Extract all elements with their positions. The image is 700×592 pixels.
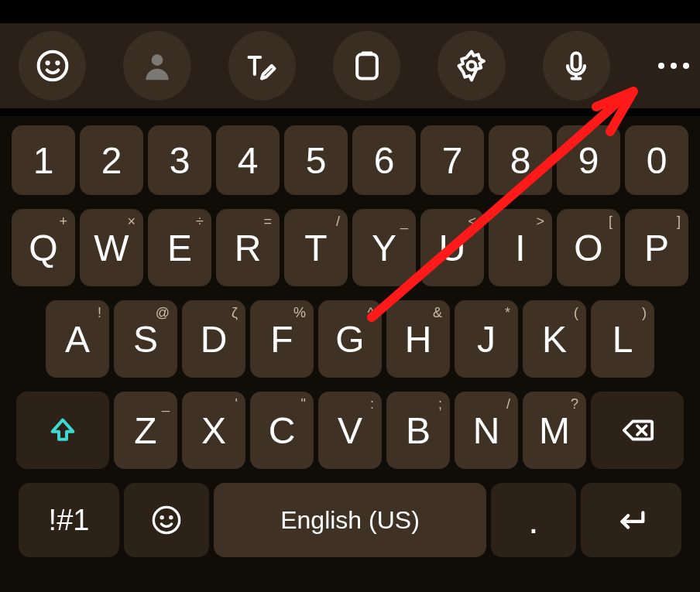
key-e[interactable]: ÷E	[148, 209, 211, 286]
avatar-sticker-button[interactable]	[123, 31, 190, 101]
key-8[interactable]: 8	[489, 125, 552, 195]
key-label: V	[338, 409, 362, 452]
key-secondary: [	[609, 214, 612, 230]
key-label: L	[612, 318, 633, 361]
key-u[interactable]: <U	[420, 209, 484, 286]
enter-key[interactable]	[581, 483, 681, 557]
qwerty-row: +Q ×W ÷E =R /T _Y <U >I [O ]P	[0, 209, 700, 286]
more-options-button[interactable]	[647, 31, 700, 101]
key-q[interactable]: +Q	[12, 209, 75, 286]
emoji-button[interactable]	[19, 31, 86, 101]
emoji-key[interactable]	[124, 483, 209, 557]
zxcv-row: _Z 'X "C :V ;B /N ?M	[0, 392, 700, 469]
key-s[interactable]: @S	[114, 300, 177, 378]
key-secondary: &	[433, 305, 442, 321]
svg-point-7	[153, 507, 179, 532]
key-t[interactable]: /T	[284, 209, 348, 286]
key-p[interactable]: ]P	[625, 209, 688, 286]
number-row: 1 2 3 4 5 6 7 8 9 0	[0, 125, 700, 195]
keyboard-screen: 1 2 3 4 5 6 7 8 9 0 +Q ×W ÷E =R /T _Y <U…	[0, 0, 700, 592]
text-edit-icon	[245, 49, 279, 83]
key-secondary: +	[59, 214, 67, 230]
smiley-icon	[36, 49, 70, 83]
key-c[interactable]: "C	[250, 392, 314, 469]
key-secondary: :	[370, 396, 374, 412]
key-secondary: '	[235, 396, 238, 412]
key-label: R	[235, 227, 262, 269]
key-r[interactable]: =R	[216, 209, 280, 286]
shift-key[interactable]	[16, 392, 109, 469]
voice-input-button[interactable]	[543, 31, 610, 101]
space-key[interactable]: English (US)	[214, 483, 486, 557]
key-d[interactable]: ζD	[182, 300, 245, 378]
key-j[interactable]: *J	[455, 300, 518, 378]
key-label: X	[201, 409, 226, 452]
key-w[interactable]: ×W	[80, 209, 143, 286]
key-label: B	[406, 409, 431, 452]
key-3[interactable]: 3	[148, 125, 211, 195]
key-secondary: ÷	[196, 214, 204, 230]
key-y[interactable]: _Y	[352, 209, 416, 286]
key-4[interactable]: 4	[216, 125, 280, 195]
key-secondary: %	[293, 305, 306, 321]
key-secondary: ?	[571, 396, 578, 412]
key-secondary: )	[642, 305, 647, 321]
svg-point-0	[38, 52, 67, 80]
key-n[interactable]: /N	[455, 392, 518, 469]
key-1[interactable]: 1	[12, 125, 75, 195]
key-label: C	[269, 409, 296, 452]
key-x[interactable]: 'X	[182, 392, 245, 469]
key-z[interactable]: _Z	[114, 392, 177, 469]
key-o[interactable]: [O	[557, 209, 620, 286]
key-9[interactable]: 9	[557, 125, 620, 195]
key-secondary: ]	[677, 214, 681, 230]
key-i[interactable]: >I	[489, 209, 552, 286]
text-edit-button[interactable]	[228, 31, 296, 101]
keyboard-toolbar	[0, 23, 700, 108]
svg-point-1	[46, 62, 48, 63]
key-k[interactable]: (K	[523, 300, 586, 378]
key-m[interactable]: ?M	[523, 392, 586, 469]
key-l[interactable]: )L	[591, 300, 654, 378]
key-label: E	[167, 227, 192, 269]
key-secondary: _	[400, 214, 408, 230]
key-secondary: /	[506, 396, 510, 412]
backspace-key[interactable]	[591, 392, 684, 469]
asdf-row: !A @S ζD %F ^G &H *J (K )L	[0, 300, 700, 378]
clipboard-icon	[350, 49, 384, 83]
key-label: A	[65, 318, 90, 361]
key-secondary: "	[301, 396, 306, 412]
key-label: P	[644, 227, 669, 269]
key-label: Z	[134, 409, 156, 452]
key-h[interactable]: &H	[386, 300, 450, 378]
symbols-key[interactable]: !#1	[19, 483, 119, 557]
key-v[interactable]: :V	[318, 392, 382, 469]
period-key[interactable]: .	[491, 483, 576, 557]
key-5[interactable]: 5	[284, 125, 348, 195]
key-2[interactable]: 2	[80, 125, 143, 195]
key-7[interactable]: 7	[420, 125, 484, 195]
key-secondary: <	[468, 214, 476, 230]
svg-point-9	[170, 517, 172, 518]
key-f[interactable]: %F	[250, 300, 314, 378]
key-g[interactable]: ^G	[318, 300, 382, 378]
key-label: U	[439, 227, 466, 269]
key-a[interactable]: !A	[46, 300, 109, 378]
svg-point-5	[468, 62, 476, 70]
key-secondary: ×	[127, 214, 136, 230]
key-secondary: ζ	[232, 305, 238, 321]
key-label: J	[477, 318, 496, 361]
key-secondary: /	[336, 214, 340, 230]
key-secondary: ^	[368, 305, 374, 321]
key-label: N	[473, 409, 500, 452]
clipboard-button[interactable]	[333, 31, 400, 101]
key-6[interactable]: 6	[352, 125, 416, 195]
settings-button[interactable]	[438, 31, 505, 101]
key-label: S	[133, 318, 158, 361]
avatar-icon	[140, 49, 174, 83]
dot-icon	[658, 63, 664, 69]
shift-icon	[47, 415, 78, 446]
svg-point-8	[161, 517, 163, 518]
key-0[interactable]: 0	[625, 125, 688, 195]
key-b[interactable]: ;B	[386, 392, 450, 469]
